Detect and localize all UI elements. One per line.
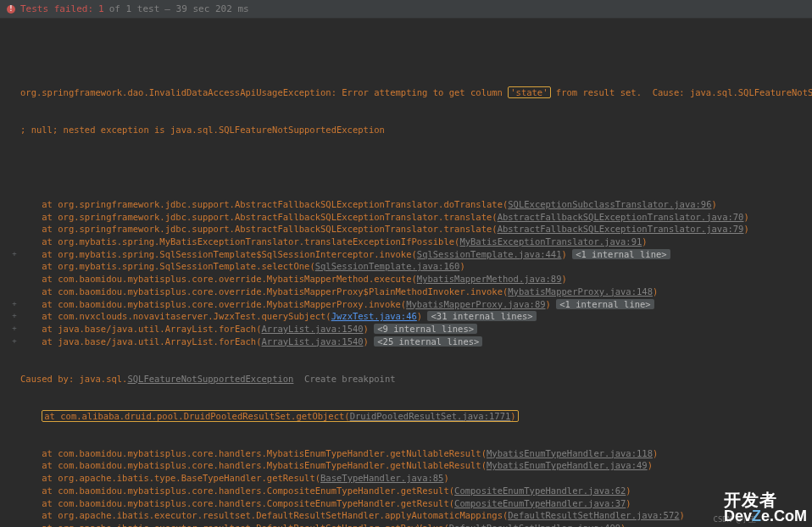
tests-total: of 1 test: [109, 3, 160, 15]
source-link[interactable]: MybatisMapperProxy.java:89: [406, 299, 545, 309]
stack-frame: at org.mybatis.spring.MyBatisExceptionTr…: [8, 236, 809, 248]
source-link[interactable]: CompositeEnumTypeHandler.java:37: [454, 498, 626, 508]
stack-frame: at org.springframework.jdbc.support.Abst…: [8, 211, 809, 224]
source-link[interactable]: MybatisMapperProxy.java:148: [508, 286, 653, 297]
highlighted-stack-line: at com.alibaba.druid.pool.DruidPooledRes…: [8, 410, 809, 423]
source-link[interactable]: MybatisEnumTypeHandler.java:49: [487, 460, 648, 470]
stack-frame: at org.apache.ibatis.executor.resultset.…: [8, 522, 809, 527]
stack-frame: + at java.base/java.util.ArrayList.forEa…: [8, 336, 809, 348]
source-link[interactable]: MybatisMapperMethod.java:89: [417, 274, 562, 284]
collapsed-frames-badge[interactable]: <1 internal line>: [572, 249, 670, 259]
exception-line: org.springframework.dao.InvalidDataAcces…: [8, 86, 809, 99]
source-link[interactable]: SqlSessionTemplate.java:160: [315, 261, 460, 271]
highlight-column: 'state': [508, 86, 550, 98]
caused-by: Caused by: java.sql.SQLFeatureNotSupport…: [8, 373, 809, 386]
tests-time: – 39 sec 202 ms: [164, 3, 248, 15]
stack-frame: + at com.nvxclouds.novavitaserver.JwzxTe…: [8, 310, 809, 323]
source-link[interactable]: BaseTypeHandler.java:85: [320, 473, 443, 483]
source-link[interactable]: DefaultResultSetHandler.java:409: [449, 523, 620, 527]
source-link[interactable]: ArrayList.java:1540: [261, 324, 363, 334]
test-status-bar: ! Tests failed: 1 of 1 test – 39 sec 202…: [0, 0, 812, 19]
source-link[interactable]: DefaultResultSetHandler.java:572: [508, 510, 679, 520]
source-link[interactable]: CompositeEnumTypeHandler.java:62: [454, 485, 626, 496]
stack-frame: at org.apache.ibatis.executor.resultset.…: [8, 509, 809, 522]
source-link[interactable]: AbstractFallbackSQLExceptionTranslator.j…: [498, 212, 744, 222]
source-link[interactable]: SQLExceptionSubclassTranslator.java:96: [508, 199, 711, 209]
stack-frame: + at org.mybatis.spring.SqlSessionTempla…: [8, 248, 809, 261]
exception-link[interactable]: SQLFeatureNotSupportedException: [127, 374, 293, 384]
collapsed-frames-badge[interactable]: <9 internal lines>: [374, 324, 477, 334]
source-link[interactable]: SqlSessionTemplate.java:441: [417, 249, 562, 259]
stack-frame: at com.baomidou.mybatisplus.core.overrid…: [8, 273, 809, 286]
source-link[interactable]: MyBatisExceptionTranslator.java:91: [459, 236, 642, 247]
stacktrace-panel[interactable]: org.springframework.dao.InvalidDataAcces…: [0, 19, 812, 527]
stack-frame: at com.baomidou.mybatisplus.core.handler…: [8, 447, 809, 460]
source-link[interactable]: MybatisEnumTypeHandler.java:118: [487, 448, 653, 458]
fail-icon: !: [7, 5, 15, 14]
stack-frame: at com.baomidou.mybatisplus.core.handler…: [8, 497, 809, 510]
source-link[interactable]: AbstractFallbackSQLExceptionTranslator.j…: [498, 224, 744, 234]
collapsed-frames-badge[interactable]: <31 internal lines>: [427, 311, 536, 321]
source-link[interactable]: JwzxTest.java:46: [331, 311, 417, 321]
stack-frame: at org.mybatis.spring.SqlSessionTemplate…: [8, 260, 809, 273]
stack-frame: at com.baomidou.mybatisplus.core.handler…: [8, 485, 809, 497]
stack-frame: + at java.base/java.util.ArrayList.forEa…: [8, 323, 809, 336]
collapsed-frames-badge[interactable]: <1 internal line>: [556, 299, 653, 309]
tests-failed-label: Tests failed:: [20, 3, 93, 15]
tests-failed-count: 1: [98, 3, 104, 15]
stack-frame: at com.baomidou.mybatisplus.core.handler…: [8, 459, 809, 472]
exception-line2: ; null; nested exception is java.sql.SQL…: [8, 124, 809, 136]
stack-frame: + at com.baomidou.mybatisplus.core.overr…: [8, 298, 809, 311]
source-link[interactable]: DruidPooledResultSet.java:1771: [350, 411, 511, 421]
stack-frame: at org.apache.ibatis.type.BaseTypeHandle…: [8, 472, 809, 485]
site-watermark: 开发者 DevZe.CoM: [724, 491, 807, 524]
stack-frame: at com.baomidou.mybatisplus.core.overrid…: [8, 286, 809, 298]
collapsed-frames-badge[interactable]: <25 internal lines>: [374, 336, 482, 347]
stack-frame: at org.springframework.jdbc.support.Abst…: [8, 223, 809, 236]
stack-frame: at org.springframework.jdbc.support.Abst…: [8, 198, 809, 211]
source-link[interactable]: ArrayList.java:1540: [261, 336, 363, 347]
